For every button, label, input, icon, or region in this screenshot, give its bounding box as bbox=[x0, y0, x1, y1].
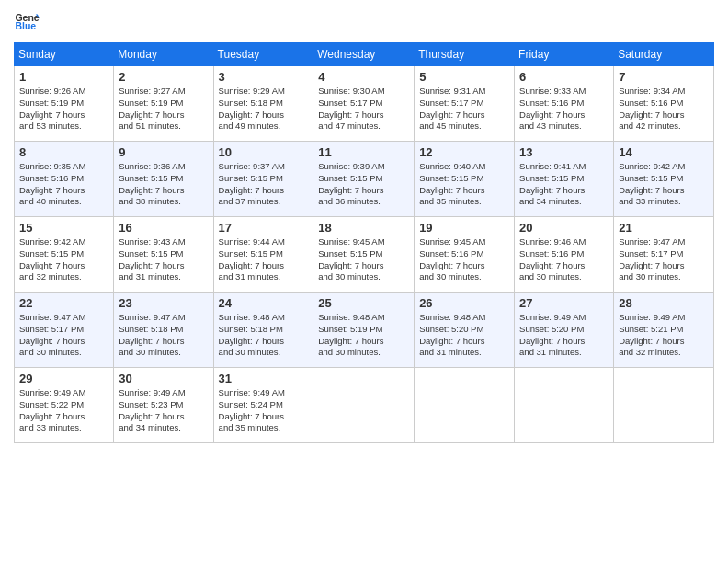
calendar-cell: 17Sunrise: 9:44 AM Sunset: 5:15 PM Dayli… bbox=[213, 217, 313, 293]
day-info: Sunrise: 9:42 AM Sunset: 5:15 PM Dayligh… bbox=[619, 161, 709, 208]
logo-icon: General Blue bbox=[14, 9, 40, 35]
calendar-cell: 5Sunrise: 9:31 AM Sunset: 5:17 PM Daylig… bbox=[415, 66, 515, 142]
day-number: 10 bbox=[219, 145, 309, 159]
calendar-header-row: SundayMondayTuesdayWednesdayThursdayFrid… bbox=[15, 43, 714, 66]
calendar-table: SundayMondayTuesdayWednesdayThursdayFrid… bbox=[14, 42, 714, 443]
calendar-cell: 25Sunrise: 9:48 AM Sunset: 5:19 PM Dayli… bbox=[313, 293, 415, 368]
day-info: Sunrise: 9:30 AM Sunset: 5:17 PM Dayligh… bbox=[318, 86, 409, 132]
day-number: 15 bbox=[19, 221, 108, 235]
day-info: Sunrise: 9:47 AM Sunset: 5:17 PM Dayligh… bbox=[19, 312, 108, 359]
calendar-cell: 19Sunrise: 9:45 AM Sunset: 5:16 PM Dayli… bbox=[415, 217, 515, 293]
calendar-cell: 4Sunrise: 9:30 AM Sunset: 5:17 PM Daylig… bbox=[313, 66, 415, 142]
day-number: 16 bbox=[119, 221, 208, 235]
calendar-cell: 13Sunrise: 9:41 AM Sunset: 5:15 PM Dayli… bbox=[515, 142, 614, 217]
day-number: 25 bbox=[318, 296, 409, 310]
calendar-cell: 8Sunrise: 9:35 AM Sunset: 5:16 PM Daylig… bbox=[15, 142, 114, 217]
day-info: Sunrise: 9:35 AM Sunset: 5:16 PM Dayligh… bbox=[19, 161, 108, 208]
day-info: Sunrise: 9:34 AM Sunset: 5:16 PM Dayligh… bbox=[619, 86, 709, 132]
day-info: Sunrise: 9:47 AM Sunset: 5:18 PM Dayligh… bbox=[119, 312, 208, 359]
day-number: 14 bbox=[619, 145, 709, 159]
calendar-cell: 20Sunrise: 9:46 AM Sunset: 5:16 PM Dayli… bbox=[515, 217, 614, 293]
day-info: Sunrise: 9:47 AM Sunset: 5:17 PM Dayligh… bbox=[619, 236, 709, 283]
day-info: Sunrise: 9:42 AM Sunset: 5:15 PM Dayligh… bbox=[19, 236, 108, 283]
day-info: Sunrise: 9:45 AM Sunset: 5:16 PM Dayligh… bbox=[419, 236, 509, 283]
day-number: 31 bbox=[219, 372, 309, 385]
calendar-cell: 31Sunrise: 9:49 AM Sunset: 5:24 PM Dayli… bbox=[213, 368, 313, 443]
calendar-cell: 16Sunrise: 9:43 AM Sunset: 5:15 PM Dayli… bbox=[114, 217, 213, 293]
col-header-thursday: Thursday bbox=[415, 43, 515, 66]
day-number: 4 bbox=[318, 70, 409, 84]
day-number: 26 bbox=[419, 296, 509, 310]
day-number: 8 bbox=[19, 145, 108, 159]
day-info: Sunrise: 9:49 AM Sunset: 5:23 PM Dayligh… bbox=[119, 387, 208, 434]
calendar-week-2: 8Sunrise: 9:35 AM Sunset: 5:16 PM Daylig… bbox=[15, 142, 714, 217]
calendar-cell: 21Sunrise: 9:47 AM Sunset: 5:17 PM Dayli… bbox=[614, 217, 714, 293]
day-info: Sunrise: 9:43 AM Sunset: 5:15 PM Dayligh… bbox=[119, 236, 208, 283]
calendar-cell bbox=[415, 368, 515, 443]
day-number: 11 bbox=[318, 145, 409, 159]
day-info: Sunrise: 9:33 AM Sunset: 5:16 PM Dayligh… bbox=[519, 86, 609, 132]
day-number: 2 bbox=[119, 70, 208, 84]
col-header-tuesday: Tuesday bbox=[213, 43, 313, 66]
day-info: Sunrise: 9:29 AM Sunset: 5:18 PM Dayligh… bbox=[219, 86, 309, 132]
day-info: Sunrise: 9:48 AM Sunset: 5:18 PM Dayligh… bbox=[219, 312, 309, 359]
calendar-cell: 6Sunrise: 9:33 AM Sunset: 5:16 PM Daylig… bbox=[515, 66, 614, 142]
calendar-cell: 24Sunrise: 9:48 AM Sunset: 5:18 PM Dayli… bbox=[213, 293, 313, 368]
day-number: 27 bbox=[519, 296, 609, 310]
logo: General Blue bbox=[14, 9, 43, 35]
calendar-cell bbox=[614, 368, 714, 443]
day-number: 1 bbox=[19, 70, 108, 84]
day-number: 29 bbox=[19, 372, 108, 385]
calendar-cell: 10Sunrise: 9:37 AM Sunset: 5:15 PM Dayli… bbox=[213, 142, 313, 217]
calendar-cell: 28Sunrise: 9:49 AM Sunset: 5:21 PM Dayli… bbox=[614, 293, 714, 368]
calendar-cell: 26Sunrise: 9:48 AM Sunset: 5:20 PM Dayli… bbox=[415, 293, 515, 368]
day-info: Sunrise: 9:46 AM Sunset: 5:16 PM Dayligh… bbox=[519, 236, 609, 283]
col-header-wednesday: Wednesday bbox=[313, 43, 415, 66]
day-info: Sunrise: 9:49 AM Sunset: 5:22 PM Dayligh… bbox=[19, 387, 108, 434]
day-number: 13 bbox=[519, 145, 609, 159]
calendar-week-3: 15Sunrise: 9:42 AM Sunset: 5:15 PM Dayli… bbox=[15, 217, 714, 293]
calendar-week-5: 29Sunrise: 9:49 AM Sunset: 5:22 PM Dayli… bbox=[15, 368, 714, 443]
day-number: 22 bbox=[19, 296, 108, 310]
calendar-week-4: 22Sunrise: 9:47 AM Sunset: 5:17 PM Dayli… bbox=[15, 293, 714, 368]
day-number: 6 bbox=[519, 70, 609, 84]
day-number: 12 bbox=[419, 145, 509, 159]
calendar-cell: 12Sunrise: 9:40 AM Sunset: 5:15 PM Dayli… bbox=[415, 142, 515, 217]
day-info: Sunrise: 9:31 AM Sunset: 5:17 PM Dayligh… bbox=[419, 86, 509, 132]
calendar-cell: 3Sunrise: 9:29 AM Sunset: 5:18 PM Daylig… bbox=[213, 66, 313, 142]
calendar-cell: 23Sunrise: 9:47 AM Sunset: 5:18 PM Dayli… bbox=[114, 293, 213, 368]
day-number: 3 bbox=[219, 70, 309, 84]
day-number: 17 bbox=[219, 221, 309, 235]
day-info: Sunrise: 9:45 AM Sunset: 5:15 PM Dayligh… bbox=[318, 236, 409, 283]
day-info: Sunrise: 9:36 AM Sunset: 5:15 PM Dayligh… bbox=[119, 161, 208, 208]
calendar-cell: 2Sunrise: 9:27 AM Sunset: 5:19 PM Daylig… bbox=[114, 66, 213, 142]
col-header-saturday: Saturday bbox=[614, 43, 714, 66]
day-number: 23 bbox=[119, 296, 208, 310]
day-number: 30 bbox=[119, 372, 208, 385]
calendar-cell: 27Sunrise: 9:49 AM Sunset: 5:20 PM Dayli… bbox=[515, 293, 614, 368]
col-header-monday: Monday bbox=[114, 43, 213, 66]
day-number: 21 bbox=[619, 221, 709, 235]
day-info: Sunrise: 9:27 AM Sunset: 5:19 PM Dayligh… bbox=[119, 86, 208, 132]
calendar-cell: 29Sunrise: 9:49 AM Sunset: 5:22 PM Dayli… bbox=[15, 368, 114, 443]
page-container: General Blue SundayMondayTuesdayWednesda… bbox=[0, 0, 728, 453]
calendar-cell: 30Sunrise: 9:49 AM Sunset: 5:23 PM Dayli… bbox=[114, 368, 213, 443]
calendar-cell: 18Sunrise: 9:45 AM Sunset: 5:15 PM Dayli… bbox=[313, 217, 415, 293]
day-number: 20 bbox=[519, 221, 609, 235]
col-header-friday: Friday bbox=[515, 43, 614, 66]
day-number: 7 bbox=[619, 70, 709, 84]
header: General Blue bbox=[14, 9, 714, 35]
day-info: Sunrise: 9:49 AM Sunset: 5:20 PM Dayligh… bbox=[519, 312, 609, 359]
day-info: Sunrise: 9:49 AM Sunset: 5:24 PM Dayligh… bbox=[219, 387, 309, 434]
svg-text:Blue: Blue bbox=[15, 20, 36, 31]
col-header-sunday: Sunday bbox=[15, 43, 114, 66]
day-number: 28 bbox=[619, 296, 709, 310]
calendar-cell: 7Sunrise: 9:34 AM Sunset: 5:16 PM Daylig… bbox=[614, 66, 714, 142]
day-info: Sunrise: 9:41 AM Sunset: 5:15 PM Dayligh… bbox=[519, 161, 609, 208]
day-info: Sunrise: 9:49 AM Sunset: 5:21 PM Dayligh… bbox=[619, 312, 709, 359]
day-info: Sunrise: 9:44 AM Sunset: 5:15 PM Dayligh… bbox=[219, 236, 309, 283]
day-number: 5 bbox=[419, 70, 509, 84]
day-info: Sunrise: 9:26 AM Sunset: 5:19 PM Dayligh… bbox=[19, 86, 108, 132]
calendar-cell: 9Sunrise: 9:36 AM Sunset: 5:15 PM Daylig… bbox=[114, 142, 213, 217]
calendar-cell: 22Sunrise: 9:47 AM Sunset: 5:17 PM Dayli… bbox=[15, 293, 114, 368]
